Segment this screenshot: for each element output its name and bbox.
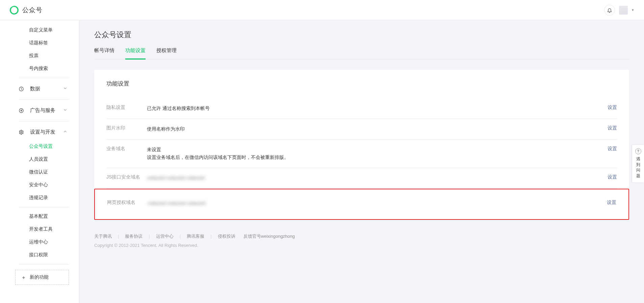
logo[interactable]: 公众号 [9, 5, 43, 15]
row-value: 未设置 设置业务域名后，在微信内访问该域名下页面时，不会被重新排版。 [147, 146, 608, 162]
row-label: 业务域名 [106, 146, 147, 152]
row-value: redacted redacted redacted [148, 200, 607, 208]
clock-icon [19, 86, 24, 92]
row-value: 已允许 通过名称搜索到本帐号 [147, 104, 608, 113]
compass-icon [19, 108, 24, 113]
question-icon: ? [635, 148, 641, 154]
footer-feedback[interactable]: 反馈官号weixingongzhong [243, 233, 295, 239]
sidebar-item-account-settings[interactable]: 公众号设置 [0, 140, 79, 153]
row-value: redacted redacted redacted [147, 174, 608, 182]
sidebar-item-search[interactable]: 号内搜索 [0, 62, 79, 75]
chevron-up-icon [63, 129, 68, 135]
chevron-down-icon [63, 108, 68, 113]
row-action-link[interactable]: 设置 [608, 125, 617, 131]
chevron-down-icon[interactable]: ▾ [632, 8, 634, 12]
plus-icon [22, 275, 26, 279]
tab-account-details[interactable]: 帐号详情 [94, 47, 114, 59]
avatar[interactable] [619, 6, 628, 15]
sidebar-group-settings-dev[interactable]: 设置与开发 [0, 124, 79, 140]
sidebar-item-wechat-verify[interactable]: 微信认证 [0, 166, 79, 179]
header: 公众号 ▾ [0, 0, 644, 20]
main-content: 公众号设置 帐号详情 功能设置 授权管理 功能设置 隐私设置 已允许 通过名称搜… [79, 20, 644, 303]
sidebar-item-staff[interactable]: 人员设置 [0, 153, 79, 166]
help-float-button[interactable]: ? 遇到问题 [632, 144, 644, 183]
footer-link-infringe[interactable]: 侵权投诉 [218, 233, 235, 239]
footer-link-ops[interactable]: 运营中心 [156, 233, 174, 239]
row-action-link[interactable]: 设置 [608, 174, 617, 180]
sidebar-item-custom-menu[interactable]: 自定义菜单 [0, 24, 79, 37]
section-title: 功能设置 [106, 80, 617, 88]
footer: 关于腾讯| 服务协议| 运营中心| 腾讯客服| 侵权投诉 反馈官号weixing… [94, 233, 629, 248]
tab-auth-manage[interactable]: 授权管理 [156, 47, 177, 59]
sidebar-group-ads[interactable]: 广告与服务 [0, 102, 79, 118]
footer-link-tos[interactable]: 服务协议 [125, 233, 143, 239]
sidebar-item-api-perm[interactable]: 接口权限 [0, 249, 79, 261]
sidebar-item-topic-tags[interactable]: 话题标签 [0, 37, 79, 49]
row-action-link[interactable]: 设置 [608, 104, 617, 111]
wechat-logo-icon [9, 5, 19, 15]
svg-point-2 [21, 132, 22, 133]
row-web-auth-domain: 网页授权域名 redacted redacted redacted 设置 [107, 193, 616, 208]
row-biz-domain: 业务域名 未设置 设置业务域名后，在微信内访问该域名下页面时，不会被重新排版。 … [106, 140, 617, 168]
sidebar-group-data[interactable]: 数据 [0, 81, 79, 97]
new-feature-button[interactable]: 新的功能 [15, 270, 69, 285]
row-action-link[interactable]: 设置 [607, 200, 616, 206]
sidebar-item-vote[interactable]: 投票 [0, 49, 79, 62]
sidebar-item-basic-config[interactable]: 基本配置 [0, 210, 79, 223]
row-privacy: 隐私设置 已允许 通过名称搜索到本帐号 设置 [106, 98, 617, 119]
footer-link-support[interactable]: 腾讯客服 [187, 233, 204, 239]
settings-panel: 功能设置 隐私设置 已允许 通过名称搜索到本帐号 设置 图片水印 使用名称作为水… [94, 70, 629, 220]
tab-function-settings[interactable]: 功能设置 [125, 47, 146, 60]
row-label: 网页授权域名 [107, 200, 148, 206]
row-value: 使用名称作为水印 [147, 125, 608, 133]
new-feature-label: 新的功能 [30, 274, 49, 280]
row-watermark: 图片水印 使用名称作为水印 设置 [106, 119, 617, 140]
tabs: 帐号详情 功能设置 授权管理 [94, 47, 629, 60]
chevron-down-icon [63, 86, 68, 92]
copyright: Copyright © 2012-2021 Tencent. All Right… [94, 243, 629, 248]
row-label: 图片水印 [106, 125, 147, 131]
sidebar-item-ops-center[interactable]: 运维中心 [0, 236, 79, 249]
footer-link-about[interactable]: 关于腾讯 [94, 233, 112, 239]
highlighted-row-wrap: 网页授权域名 redacted redacted redacted 设置 [94, 189, 629, 220]
page-title: 公众号设置 [94, 30, 629, 40]
sidebar-item-dev-tools[interactable]: 开发者工具 [0, 223, 79, 236]
sidebar-item-violations[interactable]: 违规记录 [0, 191, 79, 204]
row-label: 隐私设置 [106, 104, 147, 111]
row-js-domain: JS接口安全域名 redacted redacted redacted 设置 [106, 168, 617, 189]
row-action-link[interactable]: 设置 [608, 146, 617, 152]
bell-icon [607, 7, 612, 13]
sidebar: 自定义菜单 话题标签 投票 号内搜索 数据 广告与服务 设置与开发 公众号设置 … [0, 20, 79, 303]
brand-name: 公众号 [22, 6, 43, 15]
notifications-button[interactable] [604, 5, 615, 16]
row-label: JS接口安全域名 [106, 174, 147, 180]
svg-point-1 [19, 109, 23, 113]
gear-icon [19, 130, 24, 135]
sidebar-item-security[interactable]: 安全中心 [0, 179, 79, 191]
help-text: 遇到问题 [634, 156, 642, 179]
